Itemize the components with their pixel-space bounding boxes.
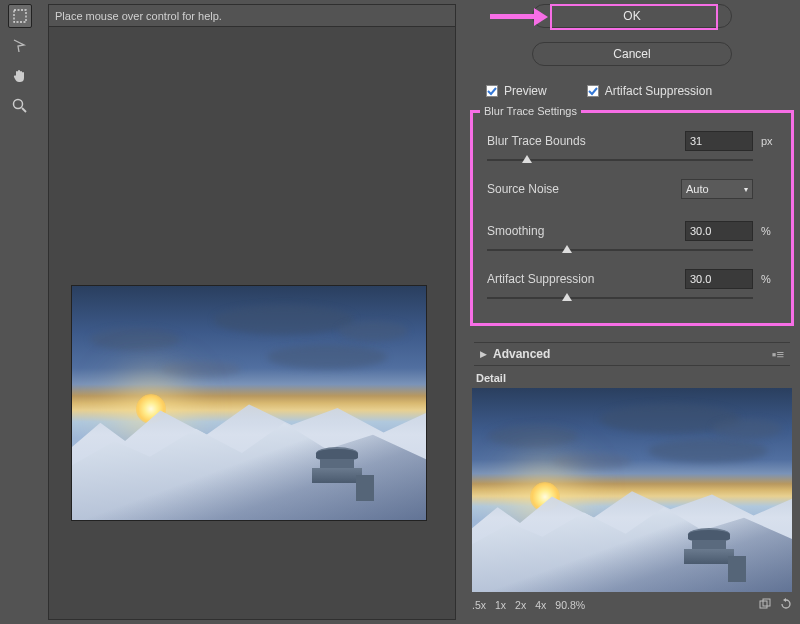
check-icon xyxy=(587,85,599,97)
right-panel: OK Cancel Preview Artifact Suppression B… xyxy=(464,0,800,624)
marquee-tool[interactable] xyxy=(8,4,32,28)
bounds-label: Blur Trace Bounds xyxy=(487,134,685,148)
cancel-button[interactable]: Cancel xyxy=(532,42,732,66)
chevron-down-icon: ▾ xyxy=(744,185,748,194)
bounds-unit: px xyxy=(753,135,777,147)
detail-preview[interactable] xyxy=(472,388,792,592)
preview-checkbox[interactable]: Preview xyxy=(486,84,547,98)
noise-select[interactable]: Auto ▾ xyxy=(681,179,753,199)
noise-label: Source Noise xyxy=(487,182,681,196)
detail-label: Detail xyxy=(476,372,788,384)
ok-button[interactable]: OK xyxy=(532,4,732,28)
artifact-sup-unit: % xyxy=(753,273,777,285)
zoom-2x[interactable]: 2x xyxy=(515,599,526,611)
advanced-row[interactable]: ▶ Advanced ▪≡ xyxy=(474,342,790,366)
hand-tool[interactable] xyxy=(8,64,32,88)
advanced-label: Advanced xyxy=(493,347,772,361)
bounds-slider[interactable] xyxy=(487,155,753,169)
annotation-arrow xyxy=(490,11,550,23)
zoom-tool[interactable] xyxy=(8,94,32,118)
artifact-sup-label: Artifact Suppression xyxy=(487,272,685,286)
check-icon xyxy=(486,85,498,97)
zoom-1x[interactable]: 1x xyxy=(495,599,506,611)
svg-rect-0 xyxy=(14,10,26,22)
zoom-05x[interactable]: .5x xyxy=(472,599,486,611)
preview-image[interactable] xyxy=(71,285,427,521)
artifact-sup-slider[interactable] xyxy=(487,293,753,307)
reset-icon[interactable] xyxy=(780,598,792,612)
lasso-tool[interactable] xyxy=(8,34,32,58)
help-bar: Place mouse over control for help. xyxy=(49,5,455,27)
panel-menu-icon[interactable]: ▪≡ xyxy=(772,347,784,362)
noise-value: Auto xyxy=(686,183,709,195)
svg-point-1 xyxy=(14,100,23,109)
preview-label: Preview xyxy=(504,84,547,98)
artifact-label: Artifact Suppression xyxy=(605,84,712,98)
smoothing-unit: % xyxy=(753,225,777,237)
section-title: Blur Trace Settings xyxy=(480,105,581,117)
canvas-area[interactable] xyxy=(49,27,455,619)
canvas-panel: Place mouse over control for help. xyxy=(48,4,456,620)
zoom-4x[interactable]: 4x xyxy=(535,599,546,611)
left-toolbar xyxy=(0,0,40,624)
blur-trace-section: Blur Trace Settings Blur Trace Bounds px… xyxy=(472,112,792,324)
smoothing-slider[interactable] xyxy=(487,245,753,259)
bounds-input[interactable] xyxy=(685,131,753,151)
smoothing-label: Smoothing xyxy=(487,224,685,238)
svg-line-2 xyxy=(22,108,26,112)
undock-icon[interactable] xyxy=(759,598,771,612)
zoom-pct: 90.8% xyxy=(555,599,585,611)
artifact-sup-input[interactable] xyxy=(685,269,753,289)
artifact-checkbox[interactable]: Artifact Suppression xyxy=(587,84,712,98)
chevron-right-icon: ▶ xyxy=(480,349,487,359)
smoothing-input[interactable] xyxy=(685,221,753,241)
zoom-bar: .5x 1x 2x 4x 90.8% xyxy=(472,595,792,615)
